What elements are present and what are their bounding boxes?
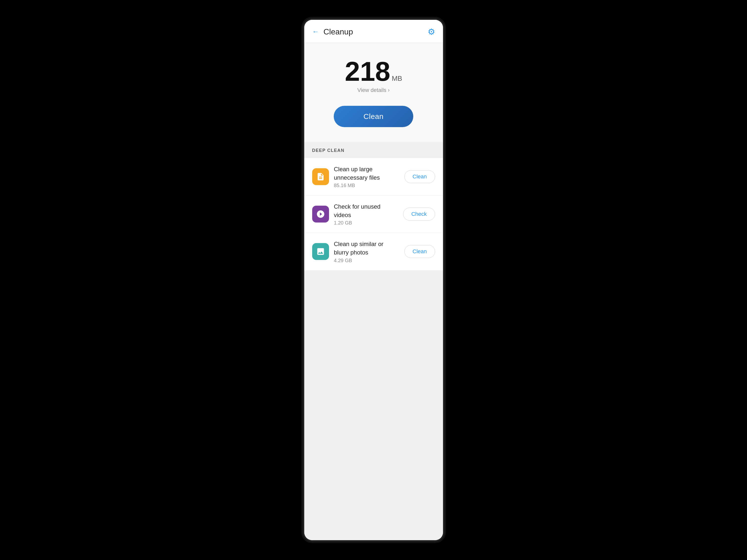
header-left: ← Cleanup bbox=[312, 27, 353, 36]
photos-info: Clean up similar or blurry photos 4.29 G… bbox=[334, 240, 400, 263]
header-bar: ← Cleanup ⚙ bbox=[304, 20, 443, 43]
photos-clean-button[interactable]: Clean bbox=[404, 245, 435, 258]
large-files-info: Clean up large unnecessary files 85.16 M… bbox=[334, 165, 400, 188]
storage-display: 218 MB bbox=[345, 58, 402, 85]
clean-button[interactable]: Clean bbox=[334, 106, 413, 127]
list-item: Check for unused videos 1.20 GB Check bbox=[304, 196, 443, 233]
back-button[interactable]: ← bbox=[312, 28, 319, 35]
list-item: Clean up similar or blurry photos 4.29 G… bbox=[304, 233, 443, 270]
photos-icon bbox=[312, 243, 329, 260]
deep-clean-header: DEEP CLEAN bbox=[304, 142, 443, 158]
photos-size: 4.29 GB bbox=[334, 258, 400, 263]
large-files-clean-button[interactable]: Clean bbox=[404, 170, 435, 183]
videos-check-button[interactable]: Check bbox=[403, 208, 435, 221]
view-details-link[interactable]: View details › bbox=[357, 87, 389, 94]
photos-title: Clean up similar or blurry photos bbox=[334, 240, 400, 256]
videos-info: Check for unused videos 1.20 GB bbox=[334, 202, 398, 226]
large-files-title: Clean up large unnecessary files bbox=[334, 165, 400, 182]
storage-number: 218 bbox=[345, 58, 390, 85]
videos-icon bbox=[312, 206, 329, 223]
storage-unit: MB bbox=[392, 75, 402, 82]
chevron-right-icon: › bbox=[388, 87, 389, 94]
phone-screen: ← Cleanup ⚙ 218 MB View details › Clean … bbox=[304, 20, 443, 540]
settings-icon[interactable]: ⚙ bbox=[428, 27, 435, 37]
main-clean-section: 218 MB View details › Clean bbox=[304, 43, 443, 142]
videos-size: 1.20 GB bbox=[334, 220, 398, 226]
large-files-icon bbox=[312, 168, 329, 185]
page-title: Cleanup bbox=[324, 27, 353, 36]
clean-items-list: Clean up large unnecessary files 85.16 M… bbox=[304, 158, 443, 271]
view-details-label: View details bbox=[357, 87, 386, 94]
list-item: Clean up large unnecessary files 85.16 M… bbox=[304, 158, 443, 196]
deep-clean-section: DEEP CLEAN Clean up large unnecessary fi… bbox=[304, 142, 443, 540]
videos-title: Check for unused videos bbox=[334, 202, 398, 219]
large-files-size: 85.16 MB bbox=[334, 183, 400, 188]
